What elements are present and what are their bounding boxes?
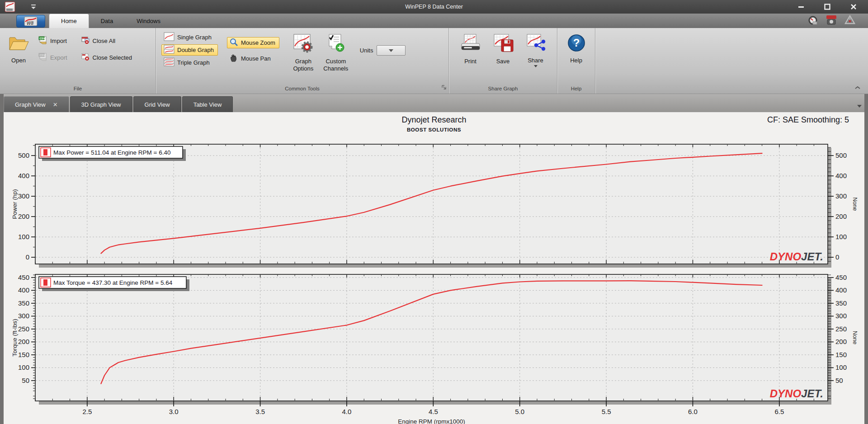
export-csv-icon: CSV [38, 53, 47, 62]
doc-tab-grid-view[interactable]: Grid View [133, 96, 181, 112]
ribbon: Open CSV Import CSV Export [0, 28, 868, 94]
ribbon-group-share-graph: Print Save Share Share Graph [449, 28, 557, 94]
doc-tab-graph-view[interactable]: Graph View ✕ [4, 96, 69, 112]
group-label-help: Help [557, 84, 595, 94]
y-tick-label-left: 200 [18, 212, 29, 220]
save-icon [492, 33, 514, 55]
legend-swatch [43, 149, 47, 155]
close-selected-icon [81, 53, 90, 62]
tab-windows[interactable]: Windows [125, 14, 172, 28]
export-button[interactable]: CSV Export [36, 52, 71, 63]
y-tick-label-right: 0 [835, 253, 839, 261]
double-graph-button[interactable]: Double Graph [161, 44, 218, 56]
brand-triangle-icon[interactable] [844, 14, 855, 27]
power-chart[interactable]: 00100100200200300300400400500500Power (h… [13, 138, 861, 270]
dyno-drum-icon[interactable] [826, 14, 837, 28]
window-title: WinPEP 8 Data Center [0, 0, 868, 14]
custom-channels-button[interactable]: CustomChannels [321, 30, 351, 77]
y-tick-label-right: 150 [835, 351, 847, 358]
double-graph-icon [164, 45, 175, 55]
open-label: Open [11, 57, 26, 64]
close-selected-button[interactable]: Close Selected [79, 52, 136, 63]
y-tick-label-left: 50 [22, 377, 29, 384]
triple-graph-button[interactable]: Triple Graph [161, 57, 218, 68]
x-tick-label: 6.0 [688, 408, 698, 415]
mouse-pan-button[interactable]: Mouse Pan [227, 53, 279, 64]
graph-title: Dynojet Research [401, 115, 466, 125]
close-button[interactable] [849, 2, 858, 11]
document-area: Graph View ✕ 3D Graph View Grid View Tab… [0, 94, 868, 424]
custom-channels-label-1: Custom [326, 58, 346, 65]
graph-options-icon [293, 33, 314, 55]
close-all-button[interactable]: Close All [79, 35, 136, 47]
group-label-share-graph: Share Graph [449, 84, 557, 94]
y-tick-label-right: 400 [835, 286, 847, 294]
legend-label: Max Power = 511.04 at Engine RPM = 6.40 [53, 149, 170, 156]
tab-home[interactable]: Home [49, 14, 89, 28]
title-bar: WinPEP 8 Data Center [0, 0, 868, 14]
x-tick-label: 4.0 [342, 408, 352, 415]
y-tick-label-left: 450 [18, 273, 29, 281]
tab-overflow-icon[interactable] [857, 105, 862, 108]
doc-tab-3d-graph-view[interactable]: 3D Graph View [70, 96, 132, 112]
close-all-icon [81, 36, 90, 46]
svg-text:?: ? [573, 37, 580, 49]
ribbon-tab-row: W8 Home Data Windows [0, 14, 868, 28]
gauge-icon[interactable] [807, 14, 818, 27]
y-tick-label-right: 450 [835, 273, 847, 281]
custom-channels-label-2: Channels [323, 65, 348, 72]
torque-chart[interactable]: 5050100100150150200200250250300300350350… [13, 270, 861, 424]
close-tab-icon[interactable]: ✕ [53, 101, 58, 108]
y-tick-label-left: 300 [18, 192, 29, 200]
mouse-zoom-label: Mouse Zoom [241, 39, 275, 46]
y-tick-label-right: 500 [835, 151, 847, 159]
minimize-button[interactable] [797, 2, 806, 11]
help-icon: ? [567, 33, 586, 54]
y-tick-label-left: 300 [18, 312, 29, 320]
group-label-file: File [0, 84, 156, 94]
dialog-launcher-icon[interactable] [441, 84, 447, 92]
application-menu-button[interactable]: W8 [16, 15, 45, 28]
x-tick-label: 5.0 [515, 408, 524, 415]
export-label: Export [50, 54, 67, 61]
doc-tab-table-view[interactable]: Table View [182, 96, 233, 112]
mouse-zoom-button[interactable]: Mouse Zoom [227, 37, 279, 48]
custom-channels-icon [326, 33, 346, 55]
maximize-button[interactable] [823, 2, 832, 11]
double-graph-label: Double Graph [177, 47, 214, 53]
doc-tab-label: Grid View [145, 101, 170, 108]
graph-options-button[interactable]: GraphOptions [288, 30, 318, 77]
open-button[interactable]: Open [4, 30, 33, 77]
x-tick-label: 3.5 [255, 408, 265, 415]
y-tick-label-left: 200 [18, 338, 29, 345]
open-folder-icon [8, 33, 29, 54]
single-graph-label: Single Graph [177, 34, 212, 41]
graph-options-label-1: Graph [295, 58, 311, 65]
y-axis-title: Torque (ft-lbs) [13, 319, 18, 356]
mouse-pan-label: Mouse Pan [241, 55, 271, 62]
print-button[interactable]: Print [456, 30, 486, 77]
share-button[interactable]: Share [521, 30, 551, 77]
y-tick-label-right: 50 [835, 377, 843, 384]
y-tick-label-left: 0 [26, 253, 29, 261]
doc-tab-label: Table View [193, 101, 222, 108]
import-button[interactable]: CSV Import [36, 35, 71, 47]
import-label: Import [50, 38, 67, 44]
help-button[interactable]: ? Help [561, 30, 591, 77]
share-icon [525, 33, 546, 54]
save-button[interactable]: Save [488, 30, 518, 77]
ribbon-group-help: ? Help Help [557, 28, 595, 94]
single-graph-button[interactable]: Single Graph [161, 32, 218, 43]
legend-label: Max Torque = 437.30 at Engine RPM = 5.64 [53, 279, 173, 286]
collapse-ribbon-icon[interactable] [854, 84, 861, 92]
ribbon-group-file: Open CSV Import CSV Export [0, 28, 156, 94]
y-tick-label-left: 150 [18, 351, 29, 358]
dynojet-logo: DYNOJET. [770, 387, 823, 400]
save-label: Save [496, 58, 510, 65]
tab-data[interactable]: Data [89, 14, 125, 28]
units-dropdown[interactable] [377, 45, 406, 56]
y-tick-label-left: 500 [18, 151, 29, 159]
help-label: Help [570, 57, 582, 64]
chevron-down-icon [389, 49, 393, 52]
graph-panel: Dynojet Research BOOST SOLUTIONS CF: SAE… [4, 112, 864, 424]
